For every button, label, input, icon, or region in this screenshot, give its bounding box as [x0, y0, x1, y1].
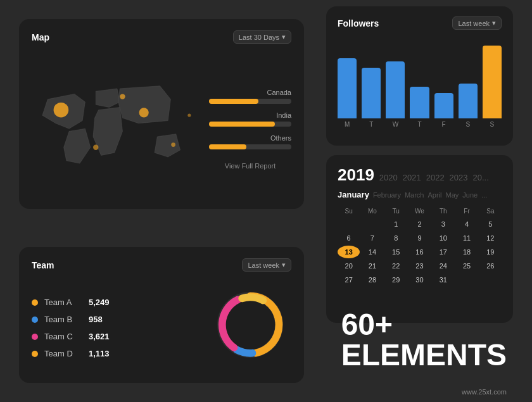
team-name: Team C — [44, 332, 82, 341]
legend-canada-label: Canada — [209, 89, 291, 96]
view-report-link[interactable]: View Full Report — [209, 162, 291, 170]
cal-day-header: Fr — [455, 206, 478, 217]
cal-day[interactable]: 30 — [408, 273, 431, 286]
team-name: Team D — [44, 349, 82, 358]
legend-others-label: Others — [209, 134, 291, 142]
calendar-year: 20... — [473, 173, 489, 182]
cal-day[interactable]: 2 — [408, 218, 431, 230]
cal-day-header: Sa — [479, 206, 502, 217]
bar-day-label: W — [393, 121, 398, 128]
cal-day[interactable]: 7 — [361, 232, 383, 244]
cal-day[interactable]: 5 — [479, 218, 502, 230]
bar-group: T — [410, 87, 429, 128]
cal-day[interactable]: 13 — [338, 246, 360, 258]
calendar-card: 2019202020212022202320... JanuaryFebruar… — [326, 155, 513, 323]
bar-group: T — [362, 68, 381, 128]
cal-day[interactable]: 12 — [479, 232, 502, 244]
cal-day[interactable]: 21 — [361, 260, 383, 272]
team-item: Team A5,249 — [32, 298, 209, 307]
cal-day[interactable]: 23 — [408, 260, 431, 272]
cal-day[interactable]: 1 — [385, 218, 407, 230]
cal-day — [338, 218, 360, 230]
cal-day[interactable]: 28 — [361, 273, 383, 286]
team-body: Team A5,249Team B958Team C3,621Team D1,1… — [32, 278, 291, 372]
year-row: 2019202020212022202320... — [338, 165, 502, 185]
legend-others-bar — [209, 144, 291, 149]
team-name: Team A — [44, 298, 82, 307]
cal-day[interactable]: 24 — [432, 260, 454, 272]
svg-point-6 — [187, 114, 191, 117]
bar-fill — [434, 93, 453, 118]
team-list: Team A5,249Team B958Team C3,621Team D1,1… — [32, 298, 209, 358]
cal-day[interactable]: 16 — [408, 246, 431, 258]
legend-canada: Canada — [209, 89, 291, 104]
calendar-grid: SuMoTuWeThFrSa12345678910111213141516171… — [338, 206, 502, 286]
cal-day[interactable]: 3 — [432, 218, 454, 230]
cal-day[interactable]: 10 — [432, 232, 454, 244]
team-value: 5,249 — [89, 298, 110, 307]
cal-day[interactable]: 14 — [361, 246, 383, 258]
followers-dropdown[interactable]: Last week ▾ — [452, 16, 502, 30]
followers-title: Followers — [338, 18, 379, 28]
calendar-year: 2023 — [450, 173, 468, 182]
bar-day-label: T — [369, 121, 373, 128]
calendar-month: February — [373, 191, 401, 199]
cal-day[interactable]: 11 — [455, 232, 478, 244]
team-dot — [32, 334, 38, 340]
cal-day — [361, 218, 383, 230]
cal-day[interactable]: 8 — [385, 232, 407, 244]
team-dot — [32, 299, 38, 306]
cal-day[interactable]: 6 — [338, 232, 360, 244]
calendar-year: 2021 — [403, 173, 421, 182]
cal-day-header: Th — [432, 206, 454, 217]
bar-day-label: F — [442, 121, 446, 128]
cal-day[interactable]: 29 — [385, 273, 407, 286]
cal-day[interactable]: 25 — [455, 260, 478, 272]
cal-day[interactable]: 17 — [432, 246, 454, 258]
cal-day[interactable]: 4 — [455, 218, 478, 230]
cal-day-header: Tu — [385, 206, 407, 217]
cal-day[interactable]: 19 — [479, 246, 502, 258]
bar-fill — [483, 46, 502, 118]
team-value: 1,113 — [89, 349, 110, 358]
team-name: Team B — [44, 315, 82, 324]
bar-day-label: T — [417, 121, 421, 128]
followers-header: Followers Last week ▾ — [338, 16, 502, 30]
followers-bar-chart: MTWTFSS — [338, 36, 502, 128]
cal-day[interactable]: 15 — [385, 246, 407, 258]
bar-group: F — [434, 93, 453, 128]
cal-day[interactable]: 26 — [479, 260, 502, 272]
cal-day[interactable]: 22 — [385, 260, 407, 272]
team-dropdown[interactable]: Last week ▾ — [242, 258, 291, 272]
cal-day[interactable]: 18 — [455, 246, 478, 258]
calendar-month: March — [405, 191, 424, 199]
team-value: 3,621 — [89, 332, 110, 341]
bar-fill — [410, 87, 429, 118]
cal-day[interactable]: 31 — [432, 273, 454, 286]
legend-india: India — [209, 111, 291, 127]
map-body: Canada India Others View Full Report — [32, 50, 291, 202]
calendar-month: ... — [481, 191, 487, 199]
big-text: 60+ ELEMENTS — [341, 310, 507, 370]
team-value: 958 — [89, 315, 103, 324]
bar-group: W — [386, 61, 405, 128]
calendar-year[interactable]: 2019 — [338, 165, 374, 185]
cal-day — [455, 273, 478, 286]
cal-day[interactable]: 9 — [408, 232, 431, 244]
legend-india-label: India — [209, 111, 291, 119]
cal-day-header: Su — [338, 206, 360, 217]
cal-day-header: Mo — [361, 206, 383, 217]
cal-day[interactable]: 20 — [338, 260, 360, 272]
cal-day[interactable]: 27 — [338, 273, 360, 286]
team-header: Team Last week ▾ — [32, 258, 291, 272]
svg-point-2 — [120, 94, 125, 99]
calendar-year: 2022 — [426, 173, 445, 182]
bar-day-label: S — [490, 121, 495, 128]
watermark: www.25xt.com — [462, 388, 507, 396]
map-title: Map — [32, 32, 49, 42]
big-elements-text: ELEMENTS — [341, 340, 507, 370]
svg-point-3 — [139, 108, 149, 117]
calendar-month[interactable]: January — [338, 190, 369, 199]
bar-fill — [362, 68, 381, 118]
map-dropdown[interactable]: Last 30 Days ▾ — [233, 30, 291, 44]
